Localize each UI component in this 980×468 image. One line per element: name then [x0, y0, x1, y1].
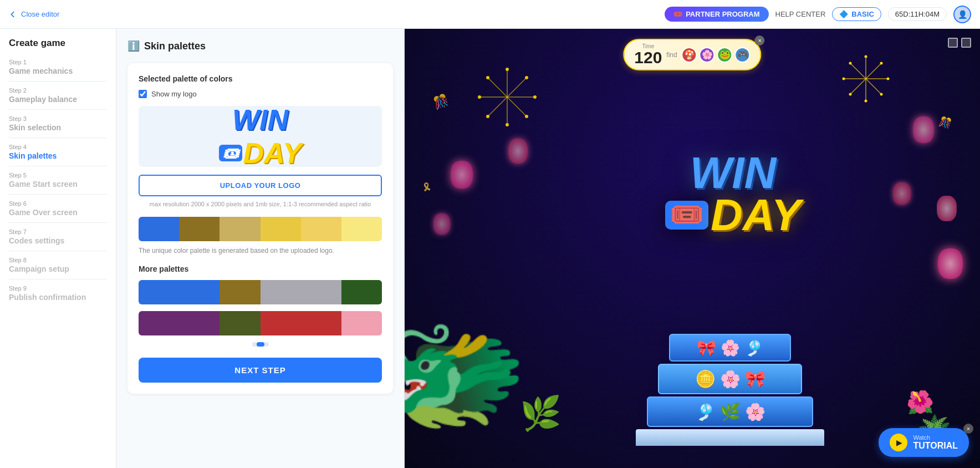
panel-title: ℹ️ Skin palettes — [127, 40, 393, 52]
lantern-3 — [913, 116, 934, 143]
user-avatar[interactable]: 👤 — [953, 6, 971, 23]
help-center-label: HELP CENTER — [775, 10, 826, 18]
partner-program-label: PARTNER PROGRAM — [686, 10, 759, 18]
step-label-7: Step 7 — [9, 228, 107, 235]
tutorial-close-button[interactable]: × — [963, 424, 973, 434]
platform — [636, 429, 824, 446]
svg-point-25 — [880, 62, 883, 64]
palette-2-swatch-4 — [301, 311, 341, 335]
next-step-button[interactable]: NEXT STEP — [139, 358, 382, 383]
hud-find-label: find — [666, 51, 677, 59]
close-editor-label: Close editor — [21, 10, 59, 18]
step-label-6: Step 6 — [9, 200, 107, 207]
avatar-icon: 👤 — [958, 10, 967, 19]
sidebar-step-1[interactable]: Step 1 Game mechanics — [9, 59, 107, 82]
winday-logo-preview: WIN 🎟 DAY — [219, 105, 302, 167]
svg-line-13 — [488, 97, 507, 116]
watch-tutorial-button[interactable]: ▶ Watch TUTORIAL × — [879, 428, 969, 457]
palette-2-swatch-5 — [341, 311, 382, 335]
svg-point-27 — [880, 93, 883, 95]
timer-badge: 65D:11H:04M — [888, 7, 947, 21]
sidebar-step-9[interactable]: Step 9 Publish confirmation — [9, 285, 107, 307]
palette-2-swatch-2 — [220, 311, 260, 335]
show-logo-label[interactable]: Show my logo — [151, 90, 197, 98]
sidebar-step-2[interactable]: Step 2 Gameplay balance — [9, 87, 107, 110]
more-palettes-title: More palettes — [139, 264, 382, 273]
palette-1-swatch-2 — [220, 280, 260, 304]
lantern-5 — [433, 213, 450, 235]
selected-color-swatches[interactable] — [139, 217, 382, 241]
bush-left: 🌿 — [520, 394, 562, 433]
palette-option-2[interactable] — [139, 311, 382, 335]
step-label-3: Step 3 — [9, 115, 107, 122]
step-name-9: Publish confirmation — [9, 293, 107, 302]
selected-swatch-4 — [301, 217, 341, 241]
svg-point-26 — [887, 77, 890, 80]
partner-program-button[interactable]: 🎟️ PARTNER PROGRAM — [665, 7, 768, 22]
logo-display: WIN 🎟 DAY — [219, 105, 302, 167]
palette-options — [139, 280, 382, 335]
lantern-6 — [938, 248, 963, 279]
show-logo-checkbox[interactable] — [139, 90, 147, 98]
step-name-6: Game Over screen — [9, 208, 107, 217]
winday-preview-logo: WIN 🎟️ DAY — [665, 152, 801, 236]
palette-description: The unique color palette is generated ba… — [139, 247, 382, 255]
watch-label: Watch — [913, 434, 958, 441]
lantern-7 — [937, 196, 957, 221]
lantern-2 — [508, 139, 528, 164]
content-area: ℹ️ Skin palettes Selected palette of col… — [116, 29, 980, 468]
timer-value: 65D:11H:04M — [895, 10, 940, 18]
info-icon: ℹ️ — [127, 40, 140, 52]
step-label-1: Step 1 — [9, 59, 107, 65]
step-name-8: Campaign setup — [9, 264, 107, 273]
close-editor-button[interactable]: Close editor — [9, 10, 59, 18]
play-icon: ▶ — [896, 438, 902, 447]
selected-swatch-5 — [341, 217, 382, 241]
step-name-1: Game mechanics — [9, 67, 107, 75]
main-container: Create game Step 1 Game mechanics Step 2… — [0, 29, 980, 468]
hud-time-value: 120 — [634, 49, 662, 66]
palette-2-swatch-1 — [179, 311, 220, 335]
tutorial-label: TUTORIAL — [913, 441, 958, 451]
basic-icon: 🔷 — [839, 10, 848, 18]
sidebar-step-8[interactable]: Step 8 Campaign setup — [9, 257, 107, 279]
scroll-indicator — [139, 342, 382, 347]
palette-1-swatch-4 — [301, 280, 341, 304]
preview-area: 🎊 🎊 🎗️ 🐲 🌿 🪴 🌺 — [405, 29, 980, 468]
day-text: DAY — [711, 194, 801, 236]
confetti-3: 🎗️ — [421, 182, 432, 192]
logo-preview: WIN 🎟 DAY — [139, 106, 382, 167]
step-name-5: Game Start screen — [9, 180, 107, 189]
resize-icon-1[interactable] — [948, 38, 958, 48]
sidebar-step-3[interactable]: Step 3 Skin selection — [9, 115, 107, 138]
palette-option-1[interactable] — [139, 280, 382, 304]
panel-title-text: Skin palettes — [144, 40, 206, 52]
sidebar-step-5[interactable]: Step 5 Game Start screen — [9, 172, 107, 195]
palette-1-swatch-1 — [179, 280, 220, 304]
svg-line-17 — [866, 63, 881, 79]
partner-emoji: 🎟️ — [673, 10, 682, 18]
step-name-4: Skin palettes — [9, 151, 107, 160]
step-name-7: Codes settings — [9, 236, 107, 245]
palette-2-swatch-0 — [139, 311, 179, 335]
box-bottom: 🎐 🌿 🌸 — [647, 396, 813, 427]
svg-point-31 — [849, 62, 852, 64]
step-label-2: Step 2 — [9, 87, 107, 94]
sidebar-title: Create game — [9, 38, 107, 49]
resize-icon-2[interactable] — [961, 38, 971, 48]
palette-2-swatch-3 — [261, 311, 301, 335]
step-name-2: Gameplay balance — [9, 95, 107, 104]
upload-logo-button[interactable]: UPLOAD YOUR LOGO — [139, 175, 382, 196]
sidebar-step-6[interactable]: Step 6 Game Over screen — [9, 200, 107, 223]
selected-swatch-2 — [220, 217, 260, 241]
firework-right — [838, 51, 894, 106]
step-name-3: Skin selection — [9, 123, 107, 132]
svg-point-24 — [865, 55, 867, 58]
step-label-4: Step 4 — [9, 144, 107, 150]
svg-point-28 — [865, 99, 867, 102]
palette-1-swatch-3 — [261, 280, 301, 304]
hud-avatars: 🍄 🌸 🐸 🎮 — [682, 47, 751, 63]
sidebar-step-7[interactable]: Step 7 Codes settings — [9, 228, 107, 251]
help-center-button[interactable]: HELP CENTER — [775, 10, 826, 18]
show-logo-row: Show my logo — [139, 90, 382, 98]
